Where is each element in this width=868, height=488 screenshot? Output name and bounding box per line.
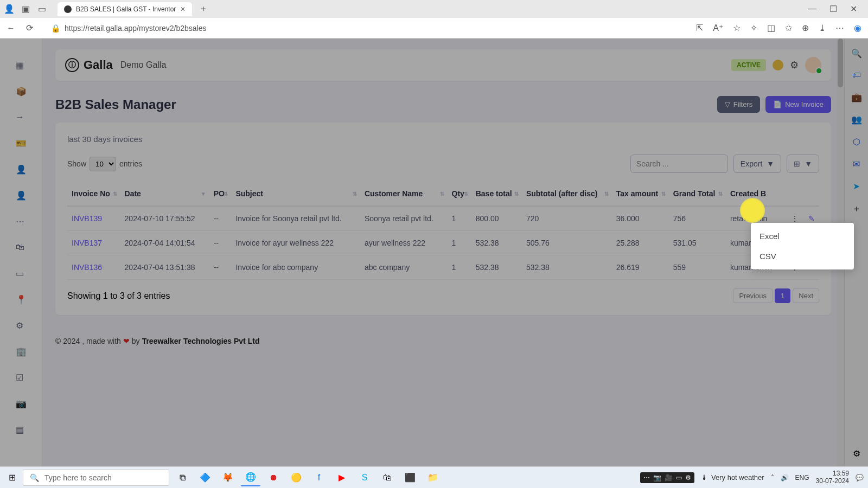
check-icon[interactable]: ☑: [16, 373, 27, 383]
tray-chevron-icon[interactable]: ˄: [771, 474, 774, 481]
panel-settings-icon[interactable]: ⚙: [853, 448, 860, 459]
col-created-by[interactable]: Created B: [726, 182, 783, 206]
lang-indicator[interactable]: ENG: [795, 474, 809, 481]
col-subject[interactable]: Subject⇅: [231, 182, 360, 206]
notifications-icon[interactable]: 💬: [856, 474, 864, 481]
export-button[interactable]: Export ▼: [733, 155, 781, 173]
filters-button[interactable]: ▽ Filters: [717, 96, 760, 113]
copilot-icon[interactable]: ◉: [854, 23, 861, 33]
avatar[interactable]: [805, 57, 821, 73]
calendar-icon[interactable]: ▤: [16, 425, 27, 435]
search-panel-icon[interactable]: 🔍: [851, 48, 862, 59]
tab-actions-icon[interactable]: ▭: [37, 4, 47, 14]
shopping-tag-icon[interactable]: 🏷: [852, 70, 861, 80]
camera-icon[interactable]: 📷: [16, 399, 27, 409]
invoice-link[interactable]: INVB137: [67, 231, 120, 255]
briefcase-icon[interactable]: 💼: [851, 92, 862, 102]
minimize-icon[interactable]: ―: [808, 4, 816, 14]
facebook-icon[interactable]: f: [309, 469, 329, 486]
col-grand[interactable]: Grand Total⇅: [669, 182, 726, 206]
app-logo[interactable]: ⓘ Galla: [65, 58, 113, 72]
pager-prev[interactable]: Previous: [733, 288, 773, 303]
browser-tab-strip: 👤 ▣ ▭ B2B SALES | Galla GST - Inventor ✕…: [0, 0, 868, 18]
browser-tab[interactable]: B2B SALES | Galla GST - Inventor ✕: [58, 2, 192, 16]
col-date[interactable]: Date▼: [120, 182, 209, 206]
ticket-icon[interactable]: 🎫: [16, 138, 27, 149]
explorer-icon[interactable]: 📁: [423, 469, 443, 486]
more-nav-icon[interactable]: ⋯: [16, 216, 27, 227]
taskbar-search[interactable]: 🔍 Type here to search: [23, 470, 169, 486]
youtube-icon[interactable]: ▶: [332, 469, 352, 486]
col-customer[interactable]: Customer Name⇅: [360, 182, 448, 206]
user2-icon[interactable]: 👤: [16, 190, 27, 201]
outlook-icon[interactable]: ✉: [853, 159, 860, 169]
search-input[interactable]: Search ...: [630, 155, 728, 173]
export-csv-option[interactable]: CSV: [751, 246, 854, 266]
arrow-right-icon[interactable]: →: [16, 112, 27, 123]
downloads-icon[interactable]: ⤓: [819, 23, 826, 33]
col-qty[interactable]: Qty⇅: [448, 182, 471, 206]
edit-icon[interactable]: ✎: [808, 214, 815, 223]
pin-icon[interactable]: 📍: [16, 294, 27, 305]
add-panel-icon[interactable]: ＋: [852, 203, 861, 215]
col-base[interactable]: Base total⇅: [471, 182, 522, 206]
coin-icon[interactable]: [773, 60, 783, 70]
building-icon[interactable]: 🏢: [16, 346, 27, 357]
new-tab-icon[interactable]: ＋: [199, 4, 208, 14]
recording-tray[interactable]: ⋯📷🎥▭⚙: [640, 472, 694, 483]
clock[interactable]: 13:59 30-07-2024: [816, 470, 849, 485]
columns-button[interactable]: ⊞ ▼: [787, 155, 819, 173]
invoice-link[interactable]: INVB136: [67, 255, 120, 280]
favorites-bar-icon[interactable]: ✩: [785, 23, 792, 33]
pager-next[interactable]: Next: [793, 288, 819, 303]
sound-icon[interactable]: 🔊: [781, 474, 789, 481]
people-icon[interactable]: 👥: [851, 114, 862, 125]
invoice-link[interactable]: INVB139: [67, 206, 120, 231]
package-icon[interactable]: 📦: [16, 86, 27, 97]
user-icon[interactable]: 👤: [16, 164, 27, 175]
read-aloud-icon[interactable]: A⁺: [713, 23, 723, 33]
maximize-icon[interactable]: ☐: [829, 4, 837, 14]
bag-icon[interactable]: 🛍: [16, 242, 27, 253]
collections-icon[interactable]: ⊕: [802, 23, 809, 33]
row-menu-icon[interactable]: ⋮: [791, 214, 799, 223]
extensions-icon[interactable]: ✧: [750, 23, 757, 33]
gear-icon[interactable]: ⚙: [790, 59, 799, 71]
more-icon[interactable]: ⋯: [835, 23, 844, 33]
export-excel-option[interactable]: Excel: [751, 226, 854, 246]
profile-icon[interactable]: 👤: [4, 4, 14, 14]
workspaces-icon[interactable]: ▣: [21, 4, 30, 14]
col-subtotal[interactable]: Subtotal (after disc)⇅: [522, 182, 612, 206]
close-tab-icon[interactable]: ✕: [180, 5, 186, 13]
refresh-icon[interactable]: ⟳: [26, 23, 38, 33]
url-field[interactable]: 🔒 https://retail.galla.app/mystorev2/b2b…: [46, 22, 688, 35]
firefox-icon[interactable]: 🦊: [218, 469, 238, 486]
task-view-icon[interactable]: ⧉: [173, 469, 192, 486]
open-external-icon[interactable]: ⇱: [696, 23, 703, 33]
dashboard-icon[interactable]: ▦: [16, 60, 27, 71]
copilot-taskbar-icon[interactable]: 🔷: [195, 469, 215, 486]
entries-select[interactable]: 10: [90, 157, 116, 171]
edge-icon[interactable]: 🌐: [241, 469, 260, 486]
col-tax[interactable]: Tax amount⇅: [612, 182, 669, 206]
record-icon[interactable]: ⏺: [264, 469, 283, 486]
app-name: Galla: [84, 58, 113, 72]
store-icon[interactable]: 🛍: [378, 469, 397, 486]
col-invoice-no[interactable]: Invoice No⇅: [67, 182, 120, 206]
chrome-icon[interactable]: 🟡: [286, 469, 306, 486]
weather-widget[interactable]: 🌡 Very hot weather: [701, 473, 764, 481]
favorite-icon[interactable]: ☆: [733, 23, 741, 33]
contacts-icon[interactable]: ▭: [16, 268, 27, 279]
new-invoice-button[interactable]: 📄 New Invoice: [765, 96, 831, 113]
close-window-icon[interactable]: ✕: [850, 4, 857, 14]
settings-icon[interactable]: ⚙: [16, 320, 27, 331]
send-icon[interactable]: ➤: [853, 181, 860, 191]
skype-icon[interactable]: S: [355, 469, 374, 486]
back-icon[interactable]: ←: [7, 23, 18, 33]
office-icon[interactable]: ⬡: [853, 137, 860, 147]
pager-page[interactable]: 1: [775, 288, 790, 303]
col-po[interactable]: PO⇅: [209, 182, 232, 206]
app-icon[interactable]: ⬛: [400, 469, 420, 486]
start-button[interactable]: ⊞: [4, 472, 20, 483]
split-screen-icon[interactable]: ◫: [767, 23, 775, 33]
